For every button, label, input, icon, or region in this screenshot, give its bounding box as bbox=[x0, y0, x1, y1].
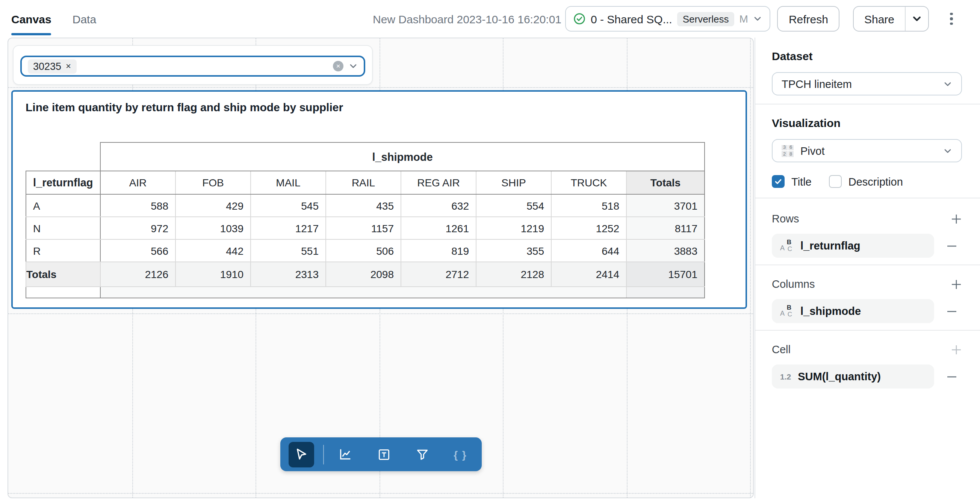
dataset-select[interactable]: TPCH lineitem bbox=[772, 72, 962, 95]
chevron-down-icon[interactable] bbox=[349, 62, 358, 71]
cell-heading: Cell bbox=[772, 343, 791, 356]
pivot-total-cell: 2128 bbox=[476, 262, 551, 287]
title-description-toggles: Title Description bbox=[772, 175, 962, 188]
text-icon bbox=[377, 448, 390, 461]
column-header: MAIL bbox=[251, 171, 326, 194]
top-bar: Canvas Data New Dashboard 2023-10-16 16:… bbox=[0, 0, 980, 38]
filter-value-chip[interactable]: 30235 × bbox=[28, 59, 76, 73]
add-code-button[interactable]: { } bbox=[447, 442, 473, 467]
pivot-totals-row: Totals 2126 1910 2313 2098 2712 2128 241… bbox=[26, 262, 705, 287]
overflow-menu-button[interactable] bbox=[945, 13, 958, 25]
string-type-icon: ABC bbox=[780, 305, 794, 317]
sidebar-divider bbox=[755, 330, 980, 330]
clear-all-icon[interactable]: × bbox=[333, 61, 344, 71]
tab-data[interactable]: Data bbox=[73, 0, 96, 38]
pivot-cell: 435 bbox=[326, 194, 401, 217]
warehouse-size: M bbox=[740, 13, 748, 25]
share-dropdown-button[interactable] bbox=[905, 7, 928, 31]
minus-icon bbox=[946, 371, 958, 382]
check-icon bbox=[774, 177, 782, 186]
add-cell-field-icon[interactable] bbox=[951, 344, 962, 355]
pivot-cell: 1157 bbox=[326, 217, 401, 239]
toolbar-divider bbox=[323, 445, 323, 464]
number-type-icon: 1.2 bbox=[780, 372, 791, 381]
totals-column-header: Totals bbox=[627, 171, 705, 194]
pivot-cell: 355 bbox=[476, 239, 551, 262]
pivot-row-R: R 566 442 551 506 819 355 644 3883 bbox=[26, 239, 705, 262]
warehouse-name: 0 - Shared SQ... bbox=[591, 13, 672, 25]
remove-cell-field-button[interactable] bbox=[946, 371, 958, 382]
rows-heading: Rows bbox=[772, 213, 799, 225]
remove-rows-field-button[interactable] bbox=[946, 240, 958, 251]
pivot-cell: 819 bbox=[401, 239, 476, 262]
grid-line bbox=[8, 493, 753, 494]
dashboard-title[interactable]: New Dashboard 2023-10-16 16:20:01 bbox=[373, 13, 562, 25]
sidebar-divider bbox=[755, 104, 980, 105]
title-checkbox[interactable] bbox=[772, 175, 784, 188]
columns-field-pill[interactable]: ABC l_shipmode bbox=[772, 299, 934, 323]
column-dimension-header: l_shipmode bbox=[100, 142, 705, 171]
pivot-cell: 506 bbox=[326, 239, 401, 262]
column-header: FOB bbox=[175, 171, 251, 194]
pivot-grand-total-cell: 15701 bbox=[627, 262, 705, 287]
view-tabs: Canvas Data bbox=[11, 0, 96, 38]
pivot-cell: 545 bbox=[251, 194, 326, 217]
refresh-button[interactable]: Refresh bbox=[778, 6, 840, 32]
remove-columns-field-button[interactable] bbox=[946, 305, 958, 317]
dashboard-editor-screen: Canvas Data New Dashboard 2023-10-16 16:… bbox=[0, 0, 980, 502]
chevron-down-icon bbox=[943, 79, 952, 88]
share-button[interactable]: Share bbox=[854, 7, 905, 31]
tab-canvas[interactable]: Canvas bbox=[11, 0, 51, 38]
columns-field-row: ABC l_shipmode bbox=[772, 299, 962, 323]
add-filter-button[interactable] bbox=[409, 442, 435, 467]
column-header: RAIL bbox=[326, 171, 401, 194]
pivot-total-cell: 2313 bbox=[251, 262, 326, 287]
add-row-field-icon[interactable] bbox=[951, 213, 962, 224]
pivot-cell: 566 bbox=[100, 239, 175, 262]
visualization-value: Pivot bbox=[800, 145, 825, 157]
pivot-cell: 442 bbox=[175, 239, 251, 262]
chevron-down-icon bbox=[912, 14, 922, 24]
filter-combobox[interactable]: 30235 × × bbox=[20, 56, 365, 77]
visualization-select[interactable]: 3628 Pivot bbox=[772, 139, 962, 162]
grid-line bbox=[8, 87, 753, 88]
pivot-widget[interactable]: Line item quantity by return flag and sh… bbox=[11, 90, 747, 309]
row-dimension-header: l_returnflag bbox=[26, 171, 100, 194]
warehouse-type-badge: Serverless bbox=[678, 12, 734, 26]
columns-heading: Columns bbox=[772, 278, 815, 290]
add-visualization-button[interactable] bbox=[332, 442, 358, 467]
pivot-cell: 644 bbox=[551, 239, 627, 262]
config-sidebar: Dataset TPCH lineitem Visualization 3628… bbox=[754, 38, 980, 498]
description-checkbox-label[interactable]: Description bbox=[848, 175, 903, 187]
top-bar-actions: 0 - Shared SQ... Serverless M Refresh Sh… bbox=[565, 0, 958, 38]
pivot-cell: 1261 bbox=[401, 217, 476, 239]
column-header: AIR bbox=[100, 171, 175, 194]
canvas-edit-toolbar: { } bbox=[280, 437, 481, 471]
rows-field-pill[interactable]: ABC l_returnflag bbox=[772, 234, 934, 258]
string-type-icon: ABC bbox=[780, 240, 794, 252]
pivot-viz-icon: 3628 bbox=[781, 145, 794, 157]
share-button-group: Share bbox=[853, 6, 929, 32]
pivot-total-cell: 2098 bbox=[326, 262, 401, 287]
chip-remove-icon[interactable]: × bbox=[66, 62, 71, 71]
rows-field-name: l_returnflag bbox=[800, 240, 861, 252]
grid-line bbox=[750, 38, 751, 497]
dashboard-canvas[interactable]: 30235 × × Line item quantity by return f… bbox=[8, 38, 754, 498]
visualization-heading: Visualization bbox=[772, 116, 962, 129]
column-header: TRUCK bbox=[551, 171, 627, 194]
dataset-value: TPCH lineitem bbox=[781, 78, 852, 90]
title-checkbox-label[interactable]: Title bbox=[791, 175, 811, 187]
cell-field-pill[interactable]: 1.2 SUM(l_quantity) bbox=[772, 364, 934, 389]
warehouse-selector[interactable]: 0 - Shared SQ... Serverless M bbox=[565, 6, 771, 32]
select-tool-button[interactable] bbox=[288, 442, 314, 467]
pivot-cell: 1039 bbox=[175, 217, 251, 239]
cell-field-name: SUM(l_quantity) bbox=[798, 370, 881, 383]
warehouse-status-check-icon bbox=[573, 13, 585, 25]
add-text-button[interactable] bbox=[371, 442, 396, 467]
grid-line bbox=[8, 313, 753, 314]
description-checkbox[interactable] bbox=[829, 175, 842, 188]
cell-field-row: 1.2 SUM(l_quantity) bbox=[772, 364, 962, 389]
filter-widget[interactable]: 30235 × × bbox=[13, 45, 373, 85]
cell-section-header: Cell bbox=[772, 343, 962, 356]
add-column-field-icon[interactable] bbox=[951, 278, 962, 290]
